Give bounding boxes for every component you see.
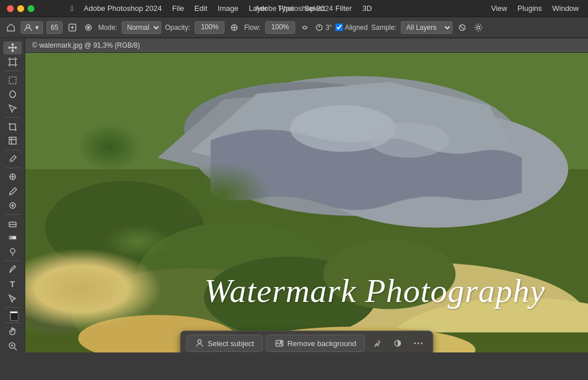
ignore-adjustments-icon[interactable]: [456, 21, 469, 34]
canvas-image: Watermark Photography Select subject: [25, 53, 588, 352]
background-color[interactable]: [10, 313, 18, 321]
tool-separator-3: [5, 150, 21, 150]
traffic-lights: [0, 5, 34, 12]
tool-artboard[interactable]: [3, 56, 22, 69]
svg-point-43: [198, 340, 202, 343]
tool-gradient[interactable]: [3, 231, 22, 245]
svg-point-3: [87, 26, 90, 29]
tool-separator-7: [5, 307, 21, 308]
svg-line-20: [14, 348, 17, 350]
sample-label: Sample:: [371, 24, 396, 32]
flow-value[interactable]: 100%: [265, 21, 295, 34]
pin-button[interactable]: [368, 335, 385, 352]
bottom-toolbar: Select subject Remove background: [180, 331, 434, 352]
aligned-label: Aligned: [345, 24, 368, 32]
document-tab: © watermark.jpg @ 91,3% (RGB/8): [25, 38, 588, 53]
menu-item-3d[interactable]: 3D: [358, 0, 377, 17]
tool-healing[interactable]: [3, 170, 22, 184]
remove-background-button[interactable]: Remove background: [266, 335, 365, 352]
select-subject-label: Select subject: [208, 339, 254, 348]
pin-icon: [373, 339, 381, 347]
remove-background-label: Remove background: [287, 339, 356, 348]
angle-control[interactable]: 3°: [315, 23, 332, 32]
menu-item-file[interactable]: File: [168, 0, 189, 17]
menu-item-plugins[interactable]: Plugins: [513, 0, 547, 17]
tool-type[interactable]: T: [3, 278, 22, 291]
menu-item-photoshop[interactable]: Adobe Photoshop 2024: [79, 0, 167, 17]
title-bar:  Adobe Photoshop 2024 File Edit Image L…: [0, 0, 588, 17]
sample-select[interactable]: All Layers: [401, 21, 452, 34]
tool-separator-1: [5, 71, 21, 71]
tool-eraser[interactable]: [3, 217, 22, 230]
flow-toggle-icon[interactable]: [299, 21, 311, 34]
settings-icon[interactable]: [472, 21, 485, 34]
tool-dodge[interactable]: [3, 245, 22, 258]
tool-separator-6: [5, 261, 21, 261]
brush-toggle-icon[interactable]: [82, 21, 95, 34]
tool-path-select[interactable]: [3, 292, 22, 305]
user-preset[interactable]: ▼: [21, 21, 43, 34]
maximize-button[interactable]: [28, 5, 34, 12]
tool-separator-5: [5, 214, 21, 215]
aligned-checkbox[interactable]: Aligned: [335, 24, 368, 32]
svg-rect-12: [9, 137, 16, 144]
tool-separator-2: [5, 117, 21, 118]
tool-object-select[interactable]: [3, 102, 22, 115]
tool-zoom[interactable]: [3, 339, 22, 352]
svg-rect-10: [10, 59, 16, 65]
minimize-button[interactable]: [17, 5, 24, 12]
svg-point-49: [421, 343, 423, 344]
svg-point-47: [414, 343, 416, 344]
mask-button[interactable]: [389, 335, 406, 352]
more-options-button[interactable]: [409, 335, 427, 352]
tool-separator-8: [5, 323, 21, 323]
opacity-label: Opacity:: [165, 24, 190, 32]
opacity-value[interactable]: 100%: [195, 21, 225, 34]
svg-point-37: [323, 239, 456, 309]
tool-lasso[interactable]: [3, 88, 22, 101]
menu-item-image[interactable]: Image: [213, 0, 243, 17]
svg-point-48: [417, 343, 419, 344]
tool-move[interactable]: [3, 41, 22, 55]
svg-point-9: [477, 26, 480, 29]
home-icon[interactable]: [5, 21, 17, 34]
ellipsis-icon: [413, 342, 423, 344]
menu-item-select[interactable]: Select: [300, 0, 330, 17]
image-icon: [274, 339, 284, 348]
menu-item-layer[interactable]: Layer: [244, 0, 272, 17]
tool-frame[interactable]: [3, 134, 22, 148]
options-bar: ▼ 65 Mode: Normal Opacity: 100% Flow: 10…: [0, 17, 588, 38]
menu-item-edit[interactable]: Edit: [190, 0, 212, 17]
svg-point-45: [280, 342, 282, 343]
brush-hardness-icon[interactable]: [66, 21, 79, 34]
tool-hand[interactable]: [3, 325, 22, 339]
mode-select[interactable]: Normal: [122, 21, 161, 34]
left-toolbar: T: [0, 38, 25, 352]
menu-item-window[interactable]: Window: [548, 0, 583, 17]
menu-item-view[interactable]: View: [486, 0, 512, 17]
person-icon: [195, 339, 204, 348]
svg-point-17: [10, 249, 15, 253]
tool-crop[interactable]: [3, 120, 22, 133]
apple-menu[interactable]: : [66, 0, 78, 17]
tool-marquee[interactable]: [3, 73, 22, 87]
mode-label: Mode:: [98, 24, 117, 32]
opacity-toggle-icon[interactable]: [228, 21, 241, 34]
tool-clone[interactable]: [3, 199, 22, 212]
menu-bar:  Adobe Photoshop 2024 File Edit Image L…: [34, 0, 377, 17]
tool-separator-4: [5, 168, 21, 168]
menu-item-filter[interactable]: Filter: [331, 0, 357, 17]
main-layout: T © watermark.jpg @ 91,3% (RGB/8: [0, 38, 588, 352]
close-button[interactable]: [7, 5, 14, 12]
select-subject-button[interactable]: Select subject: [187, 335, 263, 352]
tool-brush[interactable]: [3, 185, 22, 198]
flow-label: Flow:: [244, 24, 261, 32]
tool-eyedropper[interactable]: [3, 152, 22, 165]
tool-pen[interactable]: [3, 263, 22, 277]
svg-point-39: [370, 123, 449, 158]
svg-rect-11: [9, 77, 16, 84]
menu-item-type[interactable]: Type: [273, 0, 299, 17]
brush-size[interactable]: 65: [47, 21, 63, 34]
svg-rect-16: [9, 236, 16, 239]
foreground-background[interactable]: [7, 310, 18, 320]
